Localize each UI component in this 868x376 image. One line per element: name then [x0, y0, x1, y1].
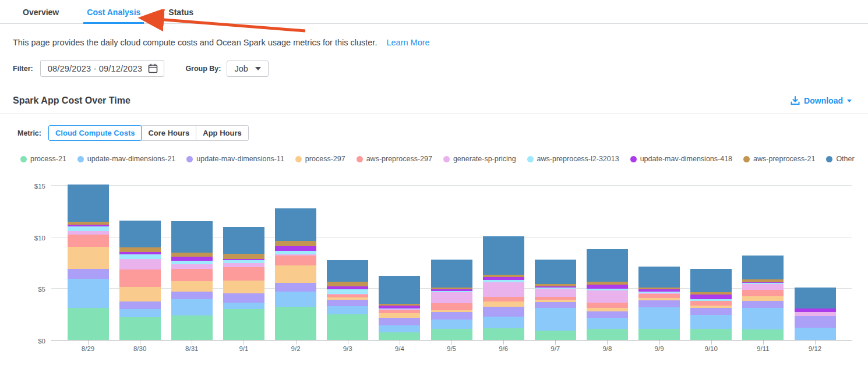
bar-segment-aws-preprocess-l2-32013-9-6[interactable]: [483, 280, 524, 282]
bar-segment-update-mav-dimensions-21-9-10[interactable]: [690, 315, 732, 328]
bar-segment-update-mav-dimensions-21-9-6[interactable]: [483, 317, 524, 328]
tab-overview[interactable]: Overview: [22, 2, 60, 23]
bar-segment-update-mav-dimensions-11-8-30[interactable]: [119, 301, 161, 308]
bar-segment-aws-preprocess-297-9-6[interactable]: [483, 297, 524, 302]
bar-segment-update-mav-dimensions-11-9-7[interactable]: [535, 302, 576, 308]
bar-segment-aws-preprocess-l2-32013-8-31[interactable]: [171, 261, 213, 264]
bar-segment-aws-preprocess-l2-32013-9-7[interactable]: [535, 288, 576, 289]
bar-segment-aws-preprocess-21-9-8[interactable]: [587, 282, 628, 285]
bar-segment-update-mav-dimensions-21-9-9[interactable]: [638, 307, 680, 328]
bar-segment-aws-preprocess-297-9-5[interactable]: [431, 303, 472, 310]
bar-segment-aws-preprocess-21-8-30[interactable]: [119, 247, 161, 252]
bar-segment-process-297-9-5[interactable]: [431, 310, 472, 313]
bar-segment-other-9-11[interactable]: [742, 256, 784, 280]
bar-segment-aws-preprocess-l2-32013-9-2[interactable]: [275, 251, 316, 254]
bar-segment-process-21-9-4[interactable]: [379, 332, 420, 340]
bar-segment-update-mav-dimensions-418-9-8[interactable]: [587, 285, 628, 289]
bar-segment-update-mav-dimensions-418-9-11[interactable]: [742, 282, 784, 283]
bar-segment-update-mav-dimensions-418-9-2[interactable]: [275, 246, 316, 251]
legend-item-aws-preprocess-l2-32013[interactable]: aws-preprocess-l2-32013: [527, 155, 619, 163]
bar-segment-other-8-29[interactable]: [68, 185, 109, 222]
bar-segment-process-21-9-10[interactable]: [690, 329, 732, 340]
bar-segment-other-9-8[interactable]: [587, 249, 628, 282]
bar-segment-aws-preprocess-297-9-4[interactable]: [379, 310, 420, 313]
bar-segment-aws-preprocess-l2-32013-9-5[interactable]: [431, 291, 472, 293]
legend-item-update-mav-dimensions-21[interactable]: update-mav-dimensions-21: [77, 155, 175, 163]
bar-segment-update-mav-dimensions-418-9-9[interactable]: [638, 289, 680, 292]
bar-segment-generate-sp-pricing-9-3[interactable]: [327, 294, 368, 295]
bar-segment-update-mav-dimensions-11-9-1[interactable]: [223, 293, 264, 303]
bar-segment-aws-preprocess-l2-32013-9-10[interactable]: [690, 299, 732, 301]
bar-segment-process-297-9-6[interactable]: [483, 301, 524, 307]
bar-segment-aws-preprocess-297-9-8[interactable]: [587, 303, 628, 308]
bar-segment-generate-sp-pricing-9-8[interactable]: [587, 290, 628, 303]
bar-segment-other-9-6[interactable]: [483, 236, 524, 275]
bar-segment-generate-sp-pricing-9-5[interactable]: [431, 292, 472, 303]
legend-item-generate-sp-pricing[interactable]: generate-sp-pricing: [443, 155, 516, 163]
bar-segment-process-21-9-1[interactable]: [223, 309, 264, 340]
bar-segment-update-mav-dimensions-11-9-6[interactable]: [483, 307, 524, 317]
bar-segment-update-mav-dimensions-418-9-1[interactable]: [223, 259, 264, 261]
bar-segment-update-mav-dimensions-11-9-2[interactable]: [275, 283, 316, 291]
bar-segment-update-mav-dimensions-21-9-1[interactable]: [223, 303, 264, 309]
bar-segment-process-21-9-3[interactable]: [327, 314, 368, 340]
bar-segment-aws-preprocess-l2-32013-9-1[interactable]: [223, 260, 264, 263]
bar-segment-other-9-9[interactable]: [638, 267, 680, 287]
bar-segment-update-mav-dimensions-21-9-5[interactable]: [431, 320, 472, 328]
bar-segment-update-mav-dimensions-418-9-7[interactable]: [535, 286, 576, 288]
bar-segment-aws-preprocess-297-9-10[interactable]: [690, 301, 732, 306]
bar-segment-generate-sp-pricing-8-29[interactable]: [68, 231, 109, 235]
bar-segment-update-mav-dimensions-418-9-10[interactable]: [690, 295, 732, 299]
bar-segment-process-21-9-8[interactable]: [587, 329, 628, 340]
bar-segment-generate-sp-pricing-9-2[interactable]: [275, 254, 316, 256]
bar-segment-update-mav-dimensions-418-9-4[interactable]: [379, 306, 420, 308]
bar-segment-aws-preprocess-l2-32013-9-8[interactable]: [587, 289, 628, 290]
bar-segment-process-21-9-5[interactable]: [431, 329, 472, 340]
bar-segment-process-297-8-30[interactable]: [119, 287, 161, 302]
bar-segment-other-9-1[interactable]: [223, 227, 264, 254]
bar-segment-process-21-9-6[interactable]: [483, 328, 524, 340]
bar-segment-update-mav-dimensions-418-9-12[interactable]: [795, 308, 836, 312]
bar-segment-other-9-7[interactable]: [535, 260, 576, 285]
bar-segment-aws-preprocess-297-8-31[interactable]: [171, 269, 213, 281]
bar-segment-other-9-12[interactable]: [795, 288, 836, 308]
bar-segment-update-mav-dimensions-11-9-8[interactable]: [587, 311, 628, 318]
bar-segment-update-mav-dimensions-11-9-3[interactable]: [327, 300, 368, 307]
bar-segment-generate-sp-pricing-9-6[interactable]: [483, 282, 524, 297]
bar-segment-update-mav-dimensions-21-9-12[interactable]: [795, 328, 836, 340]
bar-segment-aws-preprocess-297-9-2[interactable]: [275, 256, 316, 266]
bar-segment-update-mav-dimensions-21-9-4[interactable]: [379, 325, 420, 332]
bar-segment-other-9-4[interactable]: [379, 276, 420, 304]
bar-segment-aws-preprocess-l2-32013-9-4[interactable]: [379, 308, 420, 309]
bar-segment-update-mav-dimensions-21-8-29[interactable]: [68, 279, 109, 308]
bar-segment-process-21-9-7[interactable]: [535, 331, 576, 340]
bar-segment-update-mav-dimensions-21-9-7[interactable]: [535, 308, 576, 331]
legend-item-update-mav-dimensions-418[interactable]: update-mav-dimensions-418: [630, 155, 732, 163]
metric-option-cloud-compute-costs[interactable]: Cloud Compute Costs: [48, 125, 142, 141]
bar-segment-other-8-30[interactable]: [119, 221, 161, 247]
bar-segment-aws-preprocess-21-9-4[interactable]: [379, 304, 420, 306]
bar-segment-update-mav-dimensions-21-9-2[interactable]: [275, 292, 316, 307]
bar-segment-aws-preprocess-21-9-2[interactable]: [275, 241, 316, 246]
bar-segment-generate-sp-pricing-9-7[interactable]: [535, 289, 576, 296]
bar-segment-process-297-9-11[interactable]: [742, 296, 784, 301]
bar-segment-process-21-9-11[interactable]: [742, 329, 784, 340]
bar-segment-process-21-9-2[interactable]: [275, 307, 316, 340]
bar-segment-process-297-9-1[interactable]: [223, 281, 264, 293]
legend-item-update-mav-dimensions-11[interactable]: update-mav-dimensions-11: [186, 155, 284, 163]
bar-segment-other-9-3[interactable]: [327, 260, 368, 281]
bar-segment-generate-sp-pricing-9-12[interactable]: [795, 312, 836, 316]
bar-segment-process-297-9-3[interactable]: [327, 297, 368, 300]
date-range-picker[interactable]: 08/29/2023 - 09/12/2023: [40, 60, 165, 77]
bar-segment-process-21-8-30[interactable]: [119, 317, 161, 340]
bar-segment-aws-preprocess-21-9-6[interactable]: [483, 275, 524, 277]
bar-segment-aws-preprocess-21-9-7[interactable]: [535, 284, 576, 286]
bar-segment-aws-preprocess-21-9-3[interactable]: [327, 282, 368, 286]
bar-segment-aws-preprocess-21-9-11[interactable]: [742, 279, 784, 282]
bar-segment-aws-preprocess-l2-32013-9-9[interactable]: [638, 292, 680, 293]
bar-segment-generate-sp-pricing-9-4[interactable]: [379, 309, 420, 311]
metric-option-core-hours[interactable]: Core Hours: [141, 125, 196, 141]
bar-segment-aws-preprocess-21-8-29[interactable]: [68, 222, 109, 225]
bar-segment-update-mav-dimensions-21-9-8[interactable]: [587, 318, 628, 329]
bar-segment-process-297-9-9[interactable]: [638, 298, 680, 300]
